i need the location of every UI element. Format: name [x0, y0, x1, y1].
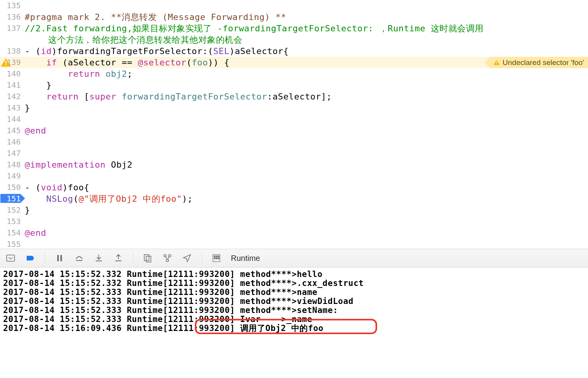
code-text: return [super forwardingTargetForSelecto…: [25, 91, 332, 102]
pause-icon[interactable]: [54, 253, 65, 263]
line-number[interactable]: 151: [0, 193, 25, 204]
svg-rect-0: [5, 61, 7, 64]
line-number[interactable]: 144: [0, 114, 25, 125]
debug-view-hierarchy-icon[interactable]: [143, 253, 153, 263]
code-line[interactable]: 150- (void)foo{: [0, 182, 588, 193]
svg-rect-9: [96, 260, 102, 261]
svg-rect-23: [214, 258, 215, 259]
svg-point-16: [166, 259, 169, 262]
line-number[interactable]: 148: [0, 159, 25, 170]
code-text: //2.Fast forwarding,如果目标对象实现了 -forwardin…: [25, 23, 484, 34]
svg-rect-24: [216, 258, 217, 259]
svg-rect-4: [7, 255, 15, 261]
code-line[interactable]: 154@end: [0, 227, 588, 239]
debug-toolbar: Runtime: [0, 249, 588, 268]
code-text: }: [25, 204, 30, 216]
code-line[interactable]: 145@end: [0, 125, 588, 136]
code-text: if (aSelector == @selector(foo)) {: [25, 57, 229, 68]
warning-icon[interactable]: [0, 57, 12, 68]
code-text: 这个方法，给你把这个消息转发给其他对象的机会: [25, 34, 242, 45]
line-number[interactable]: 140: [0, 68, 25, 80]
code-text: return obj2;: [25, 68, 132, 80]
location-icon[interactable]: [182, 253, 192, 263]
memory-graph-icon[interactable]: [162, 253, 172, 263]
code-text: - (id)forwardingTargetForSelector:(SEL)a…: [25, 45, 289, 57]
warning-badge[interactable]: Undeclared selector 'foo': [485, 57, 588, 68]
line-number[interactable]: 155: [0, 239, 25, 249]
code-line[interactable]: 153: [0, 216, 588, 227]
process-icon[interactable]: [211, 253, 221, 263]
step-over-icon[interactable]: [74, 253, 84, 263]
line-number[interactable]: 153: [0, 216, 25, 227]
svg-rect-20: [214, 256, 215, 257]
line-number[interactable]: 136: [0, 11, 25, 23]
svg-rect-6: [60, 255, 62, 261]
code-line[interactable]: 137//2.Fast forwarding,如果目标对象实现了 -forwar…: [0, 23, 588, 34]
svg-rect-21: [216, 256, 217, 257]
code-line[interactable]: 138- (id)forwardingTargetForSelector:(SE…: [0, 45, 588, 57]
code-line[interactable]: 136#pragma mark 2. **消息转发 (Message Forwa…: [0, 11, 588, 23]
code-text: @end: [25, 125, 46, 136]
svg-rect-25: [218, 258, 219, 259]
code-line[interactable]: 144: [0, 114, 588, 125]
line-number[interactable]: 146: [0, 136, 25, 148]
svg-rect-5: [57, 255, 59, 261]
svg-line-18: [168, 257, 169, 259]
code-text: - (void)foo{: [25, 182, 89, 193]
svg-rect-2: [496, 61, 497, 63]
line-number[interactable]: 154: [0, 227, 25, 239]
svg-rect-22: [218, 256, 219, 257]
code-line[interactable]: Undeclared selector 'foo'139 if (aSelect…: [0, 57, 588, 68]
code-line[interactable]: 155: [0, 239, 588, 249]
warning-text: Undeclared selector 'foo': [503, 58, 584, 67]
line-number[interactable]: 145: [0, 125, 25, 136]
console-text: 2017-08-14 15:15:52.332 Runtime[12111:99…: [3, 270, 585, 333]
console-toggle-icon[interactable]: [5, 253, 16, 263]
svg-rect-3: [496, 63, 497, 64]
code-line[interactable]: 149: [0, 170, 588, 182]
process-name-label[interactable]: Runtime: [231, 254, 260, 263]
code-line[interactable]: 148@implementation Obj2: [0, 159, 588, 170]
separator: [201, 253, 202, 264]
code-line[interactable]: 147: [0, 148, 588, 159]
line-number[interactable]: 135: [0, 0, 25, 11]
line-number[interactable]: 143: [0, 102, 25, 114]
step-into-icon[interactable]: [94, 253, 104, 263]
line-number[interactable]: 141: [0, 80, 25, 91]
code-line[interactable]: 141 }: [0, 80, 588, 91]
line-number: [0, 34, 25, 45]
separator: [133, 253, 133, 264]
svg-rect-11: [115, 260, 122, 261]
code-text: @implementation Obj2: [25, 159, 132, 170]
code-line[interactable]: 142 return [super forwardingTargetForSel…: [0, 91, 588, 102]
line-number[interactable]: 137: [0, 23, 25, 34]
svg-rect-1: [5, 64, 7, 65]
svg-rect-12: [144, 255, 149, 260]
svg-rect-7: [76, 260, 82, 261]
line-number[interactable]: 138: [0, 45, 25, 57]
code-text: }: [25, 80, 52, 91]
separator: [45, 253, 45, 264]
code-line[interactable]: 151 NSLog(@"调用了Obj2 中的foo");: [0, 193, 588, 204]
breakpoint-toggle-icon[interactable]: [25, 253, 35, 263]
code-text: @end: [25, 227, 46, 239]
svg-rect-13: [146, 256, 151, 262]
code-text: }: [25, 102, 30, 114]
code-line[interactable]: 146: [0, 136, 588, 148]
code-line[interactable]: 152}: [0, 204, 588, 216]
svg-line-17: [166, 257, 167, 259]
code-line[interactable]: 140 return obj2;: [0, 68, 588, 80]
line-number[interactable]: 142: [0, 91, 25, 102]
line-number[interactable]: 152: [0, 204, 25, 216]
code-editor[interactable]: 135136#pragma mark 2. **消息转发 (Message Fo…: [0, 0, 588, 249]
line-number[interactable]: 150: [0, 182, 25, 193]
console-output[interactable]: 2017-08-14 15:15:52.332 Runtime[12111:99…: [0, 268, 588, 378]
code-line[interactable]: 135: [0, 0, 588, 11]
step-out-icon[interactable]: [113, 253, 123, 263]
code-line-wrap[interactable]: 这个方法，给你把这个消息转发给其他对象的机会: [0, 34, 588, 45]
line-number[interactable]: 147: [0, 148, 25, 159]
code-line[interactable]: 143}: [0, 102, 588, 114]
line-number[interactable]: 149: [0, 170, 25, 182]
code-text: #pragma mark 2. **消息转发 (Message Forwardi…: [25, 11, 286, 23]
code-text: NSLog(@"调用了Obj2 中的foo");: [25, 193, 193, 204]
